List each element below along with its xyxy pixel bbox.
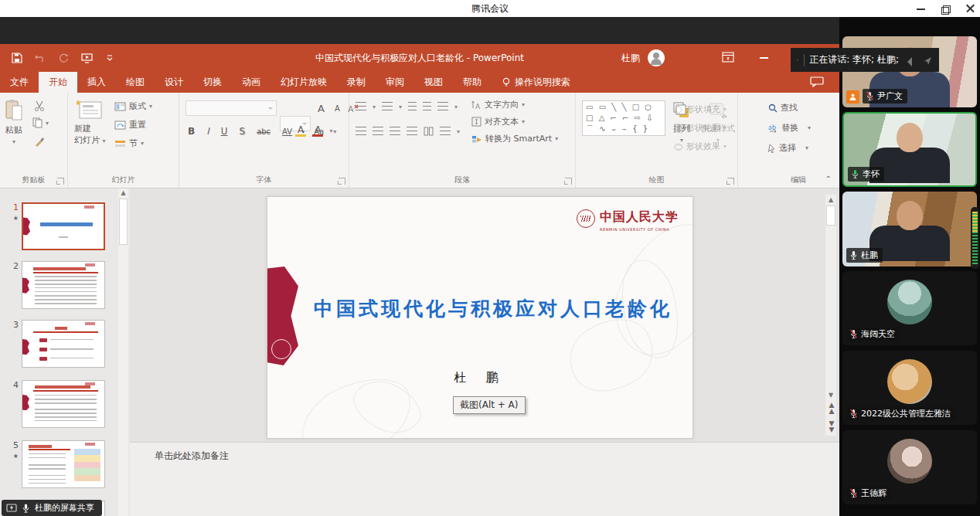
next-slide-icon[interactable]: ▼▼ (825, 420, 836, 433)
highlight-color-button[interactable]: A (295, 125, 306, 137)
thumbnail-row-3[interactable]: 3 (6, 320, 105, 368)
minimize-button[interactable] (917, 4, 926, 13)
tab-design[interactable]: 设计 (155, 72, 193, 93)
align-text-button[interactable]: 对齐文本▾ (471, 116, 525, 127)
participants-panel: 尹广文 李怀 杜鹏 (839, 17, 980, 516)
reset-button[interactable]: 重置 (114, 119, 146, 131)
qat-customize-icon[interactable] (104, 52, 116, 64)
undo-icon[interactable] (34, 52, 46, 64)
layout-button[interactable]: 版式▾ (114, 100, 152, 112)
text-shadow-button[interactable]: S (237, 125, 248, 137)
notes-pane[interactable]: 单击此处添加备注 (130, 442, 839, 516)
columns-icon[interactable] (424, 127, 434, 136)
slide-thumbnail[interactable] (22, 202, 105, 250)
tab-slideshow[interactable]: 幻灯片放映 (271, 72, 337, 93)
scrollbar-thumb[interactable] (826, 205, 835, 226)
drawing-dialog-launcher-icon[interactable] (727, 178, 734, 185)
collapse-ribbon-icon[interactable]: ⌃ (825, 175, 832, 183)
smartart-button[interactable]: 转换为 SmartArt▾ (471, 133, 558, 144)
format-painter-icon[interactable] (34, 136, 45, 147)
scrollbar-thumb[interactable] (119, 199, 128, 245)
section-button[interactable]: 节▾ (114, 137, 144, 149)
char-spacing-button[interactable]: AV (280, 127, 294, 137)
grow-font-button[interactable]: A (315, 102, 327, 115)
tab-view[interactable]: 视图 (414, 72, 453, 93)
find-button[interactable]: 查找 (768, 102, 798, 114)
italic-button[interactable]: I (204, 125, 212, 137)
bullets-icon[interactable] (356, 102, 366, 111)
copy-icon[interactable]: ▾ (32, 117, 49, 128)
tab-record[interactable]: 录制 (337, 72, 376, 93)
shape-outline-button[interactable]: 形状轮廓▾ (674, 122, 726, 134)
video-tile-yinguangwen[interactable]: 尹广文 (842, 36, 977, 107)
tab-draw[interactable]: 绘图 (116, 72, 155, 93)
ppt-account[interactable]: 杜鹏 (621, 44, 665, 72)
line-spacing-icon[interactable] (437, 102, 448, 111)
justify-icon[interactable] (407, 127, 417, 136)
thumbnail-row-1[interactable]: 1★ (6, 202, 105, 250)
screen-share-pill[interactable]: 杜鹏的屏幕共享 (2, 500, 102, 516)
text-direction-button[interactable]: A 文字方向▾ (471, 99, 525, 110)
shape-fill-button[interactable]: 形状填充▾ (674, 104, 726, 115)
font-name-combo[interactable] (185, 100, 277, 116)
restore-button[interactable] (941, 4, 951, 13)
slide-thumbnail[interactable] (22, 320, 105, 368)
font-color-button[interactable]: A (312, 125, 323, 137)
align-left-icon[interactable] (356, 127, 366, 136)
shapes-gallery[interactable]: ▭ ▭ ╲ ╲ □ ○ □ △ ⌐ ⌐ ⇨ ⇩ ⌒ ∿ ⌣ ⌢ { } (582, 100, 665, 136)
numbering-icon[interactable] (382, 102, 393, 111)
thumbnail-row-4[interactable]: 4 (6, 380, 105, 428)
canvas-scrollbar[interactable]: ▲ ▼ ▲▲ ▼▼ (825, 195, 836, 436)
previous-slide-icon[interactable]: ▲▲ (825, 402, 836, 414)
thumbnail-row-2[interactable]: 2 (6, 261, 105, 309)
tab-review[interactable]: 审阅 (376, 72, 414, 93)
slide-thumbnail[interactable] (22, 440, 105, 488)
align-center-icon[interactable] (373, 127, 383, 136)
slide-thumbnail[interactable] (22, 380, 105, 428)
replace-button[interactable]: ab 替换▾ (768, 122, 811, 134)
video-tile-zuoyajie[interactable]: 2022级公共管理左雅洁 (842, 351, 977, 425)
video-tile-dupeng[interactable]: 杜鹏 (842, 192, 977, 266)
bold-button[interactable]: B (185, 125, 197, 137)
notes-placeholder[interactable]: 单击此处添加备注 (155, 450, 229, 463)
paragraph-dialog-launcher-icon[interactable] (565, 178, 572, 185)
shape-effects-button[interactable]: 形状效果▾ (674, 141, 726, 152)
lightbulb-icon (502, 77, 510, 88)
video-tile-lihuai[interactable]: 李怀 (842, 112, 977, 187)
underline-button[interactable]: U (219, 125, 230, 137)
participant-nameplate: 杜鹏 (846, 248, 883, 263)
tab-animations[interactable]: 动画 (232, 72, 271, 93)
font-dialog-launcher-icon[interactable] (339, 178, 345, 185)
tab-file[interactable]: 文件 (0, 72, 39, 93)
close-button[interactable] (966, 4, 975, 13)
ppt-minimize-button[interactable] (760, 57, 768, 59)
video-tile-wangdehui[interactable]: 王德辉 (842, 430, 977, 504)
thumbnail-scrollbar[interactable]: ▲ ▼ (118, 188, 128, 516)
clipboard-dialog-launcher-icon[interactable] (57, 178, 64, 185)
slide-thumbnail[interactable] (22, 261, 105, 309)
shrink-font-button[interactable]: A (332, 104, 342, 114)
decrease-indent-icon[interactable] (408, 102, 417, 111)
video-tile-haikuotiankong[interactable]: 海阔天空 (842, 271, 977, 345)
group-editing: 查找 ab 替换▾ 选择▾ 编辑 (757, 93, 839, 188)
ribbon-display-options-icon[interactable] (722, 52, 734, 63)
select-button[interactable]: 选择▾ (768, 142, 808, 154)
align-right-icon[interactable] (390, 127, 400, 136)
paste-button[interactable]: 粘贴▾ (5, 99, 23, 145)
save-icon[interactable] (11, 52, 23, 64)
comments-bubble-icon[interactable] (810, 76, 824, 87)
tab-transitions[interactable]: 切换 (193, 72, 232, 93)
tell-me-search[interactable]: 操作说明搜索 (502, 72, 570, 93)
text-direction-icon: A (471, 100, 481, 110)
cut-icon[interactable] (34, 100, 45, 111)
start-slideshow-icon[interactable] (80, 52, 93, 64)
thumbnail-row-5[interactable]: 5★ (6, 440, 105, 488)
increase-indent-icon[interactable] (423, 102, 431, 111)
strikethrough-button[interactable]: abc (254, 127, 273, 137)
tab-insert[interactable]: 插入 (77, 72, 116, 93)
new-slide-button[interactable]: 新建幻灯片 ▾ (74, 99, 106, 146)
text-align-menu-icon[interactable] (440, 127, 451, 136)
redo-icon[interactable] (57, 52, 70, 64)
tab-help[interactable]: 帮助 (453, 72, 492, 93)
tab-home[interactable]: 开始 (39, 72, 77, 93)
